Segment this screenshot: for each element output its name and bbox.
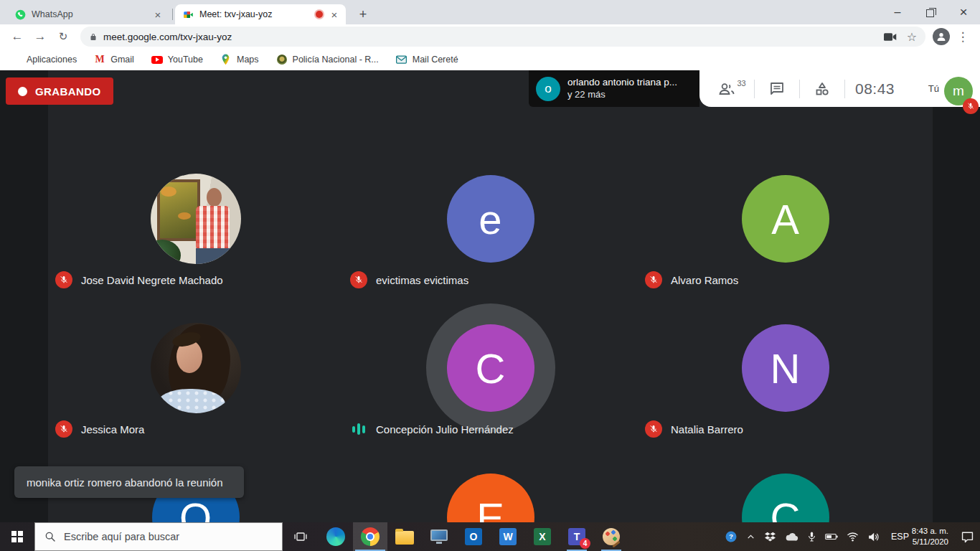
- search-placeholder: Escribe aquí para buscar: [64, 531, 179, 542]
- edge-icon: [326, 527, 345, 546]
- back-button[interactable]: [7, 27, 27, 47]
- mic-muted-icon: [55, 271, 72, 288]
- taskbar-paint[interactable]: [594, 522, 628, 551]
- start-button[interactable]: [0, 522, 34, 551]
- participant-pill-avatar: o: [536, 77, 560, 101]
- new-tab-button[interactable]: [354, 6, 372, 23]
- browser-profile-avatar[interactable]: [933, 28, 950, 45]
- reload-button[interactable]: [53, 27, 73, 47]
- participant-tile[interactable]: Jose David Negrete Machado: [48, 145, 343, 294]
- search-icon: [44, 531, 56, 542]
- people-icon: [717, 80, 736, 98]
- bookmark-star-icon[interactable]: [907, 30, 917, 44]
- chat-button[interactable]: [755, 80, 799, 98]
- browser-menu-icon[interactable]: [953, 27, 973, 47]
- teams-notification-badge: 4: [580, 538, 590, 549]
- window-minimize-button[interactable]: [881, 0, 914, 24]
- taskbar-clock[interactable]: 8:43 a. m. 5/11/2020: [894, 526, 948, 547]
- gmail-icon: M: [94, 54, 105, 65]
- participant-name: Jessica Mora: [81, 423, 144, 435]
- dropbox-icon[interactable]: [764, 532, 776, 542]
- paint-icon: [603, 528, 620, 545]
- task-view-button[interactable]: [284, 522, 317, 551]
- browser-toolbar: meet.google.com/txv-jxau-yoz: [0, 24, 980, 49]
- svg-text:?: ?: [729, 532, 733, 540]
- system-tray: ?: [725, 522, 909, 551]
- participant-tile[interactable]: C Concepción Julio Hernández: [343, 294, 638, 443]
- bookmark-policia-nacional[interactable]: Policía Nacional - R...: [276, 54, 379, 65]
- get-help-icon[interactable]: ?: [725, 530, 738, 543]
- wifi-icon[interactable]: [847, 532, 859, 542]
- pill-names: orlando antonio triana p...: [567, 77, 677, 89]
- screen: WhatsApp Meet: txv-jxau-yoz: [0, 0, 980, 551]
- onedrive-icon[interactable]: [785, 532, 798, 542]
- participant-tile[interactable]: N Natalia Barrero: [638, 294, 933, 443]
- taskbar-edge[interactable]: [319, 522, 353, 551]
- battery-icon[interactable]: [825, 532, 838, 541]
- lock-icon: [89, 32, 98, 42]
- bookmark-gmail[interactable]: M Gmail: [94, 54, 134, 65]
- clock-time: 8:43 a. m.: [894, 526, 948, 537]
- taskbar-teams[interactable]: T 4: [560, 522, 594, 551]
- clock-date: 5/11/2020: [894, 537, 948, 547]
- camera-in-use-icon[interactable]: [884, 32, 897, 42]
- speaker-icon[interactable]: [867, 532, 880, 542]
- recording-dot-icon: [18, 87, 27, 96]
- mic-muted-icon: [55, 420, 72, 438]
- envelope-icon: [396, 54, 407, 65]
- bookmark-mail-cerete[interactable]: Mail Cereté: [396, 54, 458, 65]
- taskbar-search-input[interactable]: Escribe aquí para buscar: [34, 522, 283, 551]
- apps-grid-icon: [10, 54, 22, 65]
- taskbar-file-explorer[interactable]: [387, 522, 422, 551]
- meet-icon: [182, 9, 194, 20]
- taskbar-excel[interactable]: X: [525, 522, 560, 551]
- participant-name: evictimas evictimas: [376, 274, 468, 286]
- taskbar-chrome[interactable]: [353, 522, 387, 551]
- participant-photo: [151, 323, 241, 413]
- participant-tile[interactable]: A Alvaro Ramos: [638, 145, 933, 294]
- tab-meet[interactable]: Meet: txv-jxau-yoz: [175, 4, 346, 24]
- window-maximize-button[interactable]: [914, 0, 947, 24]
- chat-icon: [768, 80, 786, 98]
- window-close-button[interactable]: [947, 0, 980, 24]
- taskbar-outlook[interactable]: O: [456, 522, 491, 551]
- present-button[interactable]: [800, 80, 844, 98]
- outlook-icon: O: [465, 528, 482, 545]
- self-mic-muted-icon: [963, 98, 979, 114]
- meet-header: 33 08:43 Tú m: [699, 70, 980, 107]
- chrome-icon: [361, 527, 380, 546]
- bookmark-youtube[interactable]: YouTube: [151, 54, 203, 65]
- show-hidden-icons-chevron[interactable]: [746, 532, 755, 542]
- participant-avatar: N: [742, 324, 829, 412]
- url-text: meet.google.com/txv-jxau-yoz: [103, 32, 878, 42]
- self-view[interactable]: Tú m: [928, 72, 980, 105]
- taskbar-word[interactable]: W: [491, 522, 525, 551]
- meet-call-area: Jose David Negrete Machado e evictimas e…: [0, 70, 980, 522]
- bookmark-aplicaciones[interactable]: Aplicaciones: [10, 54, 77, 65]
- microphone-tray-icon[interactable]: [807, 531, 816, 542]
- people-count: 33: [737, 79, 745, 88]
- participant-name: Jose David Negrete Machado: [81, 274, 223, 286]
- participant-avatar: C: [447, 324, 534, 412]
- tab-close-icon[interactable]: [329, 9, 340, 21]
- participant-tile[interactable]: e evictimas evictimas: [343, 145, 638, 294]
- maps-pin-icon: [220, 54, 232, 65]
- windows-logo-icon: [11, 531, 23, 542]
- windows-taskbar: Escribe aquí para buscar O W X T 4: [0, 522, 980, 551]
- tab-title: WhatsApp: [32, 9, 146, 19]
- participant-tile[interactable]: Jessica Mora: [48, 294, 343, 443]
- speaking-indicator-icon: [350, 420, 367, 438]
- action-center-button[interactable]: [954, 522, 980, 551]
- participants-pill[interactable]: o orlando antonio triana p... y 22 más: [529, 70, 699, 107]
- forward-button[interactable]: [30, 27, 50, 47]
- address-bar[interactable]: meet.google.com/txv-jxau-yoz: [80, 27, 925, 47]
- tab-whatsapp[interactable]: WhatsApp: [7, 4, 169, 24]
- pill-more-count: y 22 más: [567, 89, 677, 100]
- taskbar-my-pc[interactable]: [422, 522, 456, 551]
- bookmark-label: Gmail: [110, 55, 134, 65]
- people-button[interactable]: 33: [710, 80, 754, 98]
- bookmark-maps[interactable]: Maps: [220, 54, 259, 65]
- tab-close-icon[interactable]: [152, 9, 164, 21]
- participant-avatar: e: [447, 175, 534, 263]
- computer-icon: [430, 529, 448, 541]
